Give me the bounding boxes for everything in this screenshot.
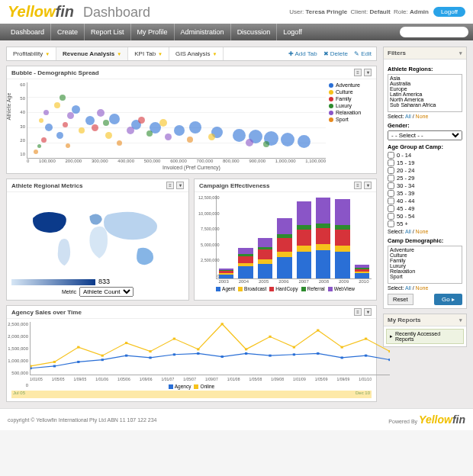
world-map[interactable] <box>11 195 184 276</box>
region-option[interactable]: North America <box>389 97 461 102</box>
bubble-point <box>208 133 215 140</box>
panel-menu-icon[interactable]: ≡ <box>354 308 362 316</box>
bubble-point <box>39 118 43 123</box>
panel-menu-icon[interactable]: ≡ <box>354 182 362 189</box>
add-tab-link[interactable]: ✚ Add Tab <box>288 50 317 57</box>
bubble-point <box>63 122 68 127</box>
panel-menu-icon[interactable]: ≡ <box>166 182 174 189</box>
age-check[interactable]: 45 - 49 <box>388 205 462 212</box>
nav-report-list[interactable]: Report List <box>85 24 131 40</box>
svg-rect-29 <box>317 330 319 332</box>
nav-my-profile[interactable]: My Profile <box>131 24 175 40</box>
powered-by: Powered By Yellowfin <box>388 413 465 426</box>
bubble-point <box>187 137 193 143</box>
age-check[interactable]: 35 - 39 <box>388 190 462 197</box>
region-option[interactable]: Asia <box>389 76 461 81</box>
svg-rect-5 <box>125 355 127 357</box>
nav-create[interactable]: Create <box>51 24 85 40</box>
bar-2005 <box>258 238 272 278</box>
svg-rect-12 <box>293 353 295 355</box>
go-button[interactable]: Go ▸ <box>434 294 462 305</box>
bubble-point <box>45 124 53 131</box>
metric-select[interactable]: Athlete Count <box>79 287 134 297</box>
panel-agency-title: Agency Sales over Time <box>11 309 82 316</box>
metric-label: Metric <box>62 289 76 294</box>
camp-listbox[interactable]: AdventureCultureFamilyLuxuryRelaxationSp… <box>388 246 462 284</box>
region-option[interactable]: Europe <box>389 86 461 92</box>
panel-collapse-icon[interactable]: ▾ <box>176 182 184 189</box>
page-title: Dashboard <box>83 5 150 21</box>
camp-option[interactable]: Adventure <box>389 247 461 252</box>
age-check[interactable]: 20 - 24 <box>388 167 462 174</box>
nav-discussion[interactable]: Discussion <box>231 24 278 40</box>
edit-tab-link[interactable]: ✎ Edit <box>354 50 372 57</box>
delete-tab-link[interactable]: ✖ Delete <box>323 50 348 57</box>
bubble-point <box>43 110 49 115</box>
regions-listbox[interactable]: AsiaAustraliaEuropeLatin AmericaNorth Am… <box>388 74 462 112</box>
svg-rect-30 <box>341 346 343 349</box>
region-option[interactable]: Sub Saharan Africa <box>389 102 461 108</box>
bubble-point <box>79 127 85 133</box>
myreports-collapse-icon[interactable]: ▾ <box>459 317 462 323</box>
tab-gis-analysis[interactable]: GIS Analysis▼ <box>169 47 224 60</box>
tab-profitability[interactable]: Profitability▼ <box>7 47 56 60</box>
bubble-point <box>117 140 122 146</box>
age-check[interactable]: 0 - 14 <box>388 152 462 159</box>
bar-2006 <box>277 218 291 278</box>
tab-revenue-analysis[interactable]: Revenue Analysis▼ <box>56 47 128 60</box>
camp-option[interactable]: Family <box>389 258 461 263</box>
svg-rect-24 <box>197 348 199 350</box>
panel-regional-title: Athlete Regional Metrics <box>11 182 82 189</box>
svg-rect-18 <box>53 361 56 363</box>
my-reports-title: My Reports <box>388 317 421 323</box>
age-check[interactable]: 50 - 54 <box>388 213 462 220</box>
bubble-point <box>66 143 70 148</box>
panel-collapse-icon[interactable]: ▾ <box>364 182 372 189</box>
svg-rect-9 <box>221 355 224 358</box>
bar-2007 <box>297 201 311 278</box>
bubble-point <box>263 141 269 147</box>
panel-menu-icon[interactable]: ≡ <box>354 69 362 76</box>
bubble-point <box>72 105 80 114</box>
logoff-button[interactable]: Logoff <box>433 7 465 17</box>
age-check[interactable]: 55 + <box>388 220 462 227</box>
svg-rect-15 <box>365 355 367 357</box>
bubble-point <box>105 132 112 139</box>
reset-button[interactable]: Reset <box>388 294 413 305</box>
bubble-point <box>246 139 253 146</box>
search-input[interactable] <box>400 27 468 37</box>
agency-chart <box>30 322 390 375</box>
recently-accessed-link[interactable]: ▸Recently Accessed Reports <box>386 329 464 344</box>
regions-select-links: Select: All / None <box>388 114 462 119</box>
nav-dashboard[interactable]: Dashboard <box>5 24 51 40</box>
nav-administration[interactable]: Administration <box>175 24 231 40</box>
camp-option[interactable]: Sport <box>389 274 461 279</box>
bubble-point <box>56 132 63 139</box>
copyright-text: copyright © Yellowfin International Pty … <box>8 417 156 423</box>
nav-logoff[interactable]: Logoff <box>277 24 308 40</box>
bubble-ylabel: Athlete Age <box>6 93 11 121</box>
camp-option[interactable]: Relaxation <box>389 269 461 274</box>
bar-2010 <box>355 265 369 278</box>
region-option[interactable]: Australia <box>389 81 461 86</box>
panel-collapse-icon[interactable]: ▾ <box>364 308 372 316</box>
age-check[interactable]: 25 - 29 <box>388 175 462 182</box>
panel-bubble-title: Bubble - Demographic Spread <box>11 69 99 76</box>
my-reports-panel: My Reports▾ ▸Recently Accessed Reports <box>383 314 467 347</box>
camp-option[interactable]: Luxury <box>389 263 461 269</box>
age-check[interactable]: 15 - 19 <box>388 159 462 166</box>
panel-collapse-icon[interactable]: ▾ <box>364 69 372 76</box>
svg-rect-23 <box>173 338 175 340</box>
svg-rect-7 <box>173 353 175 355</box>
region-option[interactable]: Latin America <box>389 92 461 97</box>
tab-kpi-tab[interactable]: KPI Tab▼ <box>128 47 169 60</box>
filters-collapse-icon[interactable]: ▾ <box>459 50 462 56</box>
time-range-slider[interactable]: Jul 05 Dec 10 <box>11 391 372 398</box>
camp-option[interactable]: Culture <box>389 252 461 258</box>
gender-select[interactable]: - - Select - - <box>388 130 462 140</box>
campaign-chart: 12,500,00010,000,0007,500,0005,000,0002,… <box>216 195 372 279</box>
age-check[interactable]: 30 - 34 <box>388 182 462 189</box>
svg-rect-28 <box>293 346 295 349</box>
age-check[interactable]: 40 - 44 <box>388 198 462 204</box>
map-scale <box>11 279 95 285</box>
